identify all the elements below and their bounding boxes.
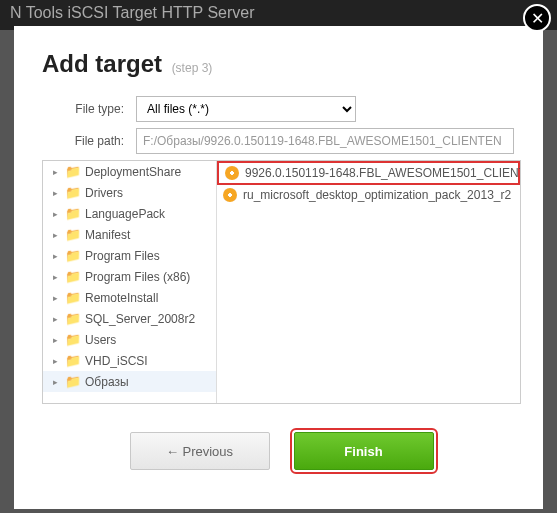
finish-button[interactable]: Finish <box>294 432 434 470</box>
chevron-right-icon: ▸ <box>53 230 61 240</box>
folder-icon: 📁 <box>65 269 81 284</box>
chevron-right-icon: ▸ <box>53 167 61 177</box>
folder-label: Program Files <box>85 249 160 263</box>
folder-tree[interactable]: ▸📁DeploymentShare▸📁Drivers▸📁LanguagePack… <box>43 161 217 403</box>
modal-title: Add target <box>42 50 162 77</box>
file-list-item[interactable]: 9926.0.150119-1648.FBL_AWESOME1501_CLIEN… <box>217 161 520 185</box>
folder-label: Drivers <box>85 186 123 200</box>
file-name: ru_microsoft_desktop_optimization_pack_2… <box>243 188 511 202</box>
folder-label: DeploymentShare <box>85 165 181 179</box>
folder-label: SQL_Server_2008r2 <box>85 312 195 326</box>
folder-icon: 📁 <box>65 332 81 347</box>
folder-icon: 📁 <box>65 185 81 200</box>
modal-step: (step 3) <box>172 61 213 75</box>
chevron-right-icon: ▸ <box>53 272 61 282</box>
close-modal-button[interactable]: ✕ <box>523 4 551 32</box>
folder-icon: 📁 <box>65 290 81 305</box>
add-target-modal: Add target (step 3) File type: All files… <box>14 26 543 509</box>
folder-tree-item[interactable]: ▸📁Program Files <box>43 245 216 266</box>
folder-tree-item[interactable]: ▸📁DeploymentShare <box>43 161 216 182</box>
folder-tree-item[interactable]: ▸📁Manifest <box>43 224 216 245</box>
folder-tree-item[interactable]: ▸📁Drivers <box>43 182 216 203</box>
folder-tree-item[interactable]: ▸📁SQL_Server_2008r2 <box>43 308 216 329</box>
chevron-right-icon: ▸ <box>53 251 61 261</box>
chevron-right-icon: ▸ <box>53 293 61 303</box>
folder-label: Образы <box>85 375 129 389</box>
folder-icon: 📁 <box>65 164 81 179</box>
folder-icon: 📁 <box>65 353 81 368</box>
folder-label: LanguagePack <box>85 207 165 221</box>
folder-label: VHD_iSCSI <box>85 354 148 368</box>
folder-label: Program Files (x86) <box>85 270 190 284</box>
chevron-right-icon: ▸ <box>53 356 61 366</box>
folder-icon: 📁 <box>65 311 81 326</box>
folder-icon: 📁 <box>65 227 81 242</box>
folder-icon: 📁 <box>65 206 81 221</box>
chevron-right-icon: ▸ <box>53 188 61 198</box>
chevron-right-icon: ▸ <box>53 314 61 324</box>
file-type-label: File type: <box>48 102 136 116</box>
chevron-right-icon: ▸ <box>53 209 61 219</box>
file-path-label: File path: <box>48 134 136 148</box>
folder-label: Manifest <box>85 228 130 242</box>
folder-tree-item[interactable]: ▸📁Program Files (x86) <box>43 266 216 287</box>
folder-icon: 📁 <box>65 374 81 389</box>
folder-label: Users <box>85 333 116 347</box>
folder-tree-item[interactable]: ▸📁RemoteInstall <box>43 287 216 308</box>
previous-button[interactable]: ← Previous <box>130 432 270 470</box>
file-type-select[interactable]: All files (*.*) <box>136 96 356 122</box>
chevron-right-icon: ▸ <box>53 377 61 387</box>
folder-tree-item[interactable]: ▸📁Users <box>43 329 216 350</box>
folder-tree-item[interactable]: ▸📁VHD_iSCSI <box>43 350 216 371</box>
folder-icon: 📁 <box>65 248 81 263</box>
folder-tree-item[interactable]: ▸📁Образы <box>43 371 216 392</box>
folder-tree-item[interactable]: ▸📁LanguagePack <box>43 203 216 224</box>
file-list[interactable]: 9926.0.150119-1648.FBL_AWESOME1501_CLIEN… <box>217 161 520 403</box>
disc-icon <box>223 188 237 202</box>
file-path-input[interactable] <box>136 128 514 154</box>
file-name: 9926.0.150119-1648.FBL_AWESOME1501_CLIEN… <box>245 166 520 180</box>
file-browser: ▸📁DeploymentShare▸📁Drivers▸📁LanguagePack… <box>42 160 521 404</box>
folder-label: RemoteInstall <box>85 291 158 305</box>
file-list-item[interactable]: ru_microsoft_desktop_optimization_pack_2… <box>217 185 520 205</box>
chevron-right-icon: ▸ <box>53 335 61 345</box>
close-icon: ✕ <box>531 9 544 28</box>
disc-icon <box>225 166 239 180</box>
